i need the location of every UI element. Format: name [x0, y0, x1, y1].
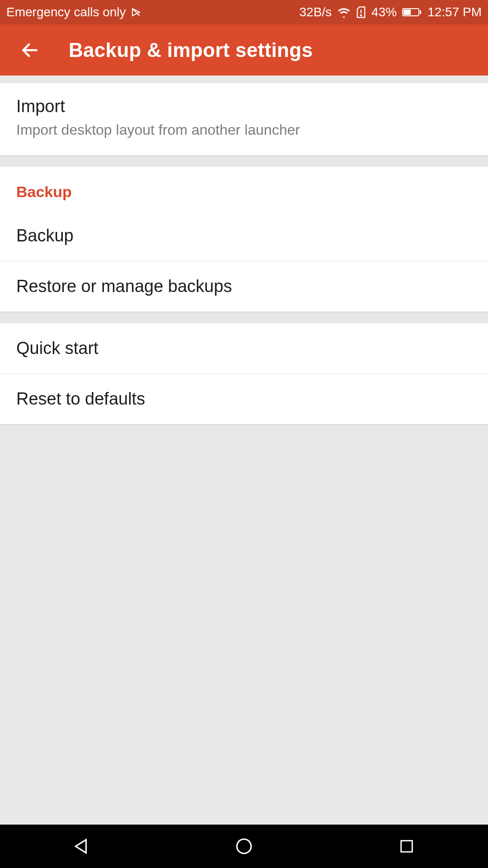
status-left: Emergency calls only — [6, 5, 141, 19]
import-row[interactable]: Import Import desktop layout from anothe… — [0, 83, 488, 155]
restore-row[interactable]: Restore or manage backups — [0, 261, 488, 311]
gap — [0, 75, 488, 83]
reset-row[interactable]: Reset to defaults — [0, 374, 488, 424]
data-speed: 32B/s — [299, 5, 332, 19]
sim-alert-icon — [356, 6, 366, 19]
back-button[interactable] — [16, 37, 43, 64]
backup-section-header: Backup — [0, 167, 488, 211]
svg-rect-8 — [401, 841, 413, 852]
nav-back-button[interactable] — [36, 825, 127, 868]
misc-card: Quick start Reset to defaults — [0, 323, 488, 424]
clock: 12:57 PM — [427, 5, 482, 19]
square-recent-icon — [398, 838, 415, 855]
import-subtitle: Import desktop layout from another launc… — [16, 121, 472, 139]
mute-icon — [131, 7, 141, 18]
battery-icon — [402, 7, 422, 17]
content: Import Import desktop layout from anothe… — [0, 83, 488, 825]
backup-title: Backup — [16, 226, 472, 245]
screen: Emergency calls only 32B/s 43% 12:57 PM … — [0, 0, 488, 868]
backup-row[interactable]: Backup — [0, 211, 488, 261]
nav-home-button[interactable] — [199, 825, 289, 868]
wifi-icon — [337, 7, 351, 18]
backup-card: Backup Backup Restore or manage backups — [0, 167, 488, 311]
circle-home-icon — [235, 837, 253, 856]
nav-recent-button[interactable] — [361, 825, 452, 868]
arrow-left-icon — [20, 40, 40, 60]
nav-bar — [0, 825, 488, 868]
quickstart-row[interactable]: Quick start — [0, 323, 488, 373]
app-bar: Backup & import settings — [0, 24, 488, 75]
svg-rect-4 — [420, 10, 421, 14]
reset-title: Reset to defaults — [16, 389, 472, 409]
triangle-back-icon — [72, 837, 91, 856]
carrier-text: Emergency calls only — [6, 5, 126, 19]
status-bar: Emergency calls only 32B/s 43% 12:57 PM — [0, 0, 488, 24]
battery-pct: 43% — [371, 5, 397, 19]
empty-space — [0, 424, 488, 825]
import-card: Import Import desktop layout from anothe… — [0, 83, 488, 155]
svg-point-1 — [361, 15, 361, 16]
restore-title: Restore or manage backups — [16, 277, 472, 296]
quickstart-title: Quick start — [16, 339, 472, 358]
import-title: Import — [16, 97, 472, 116]
svg-marker-6 — [75, 840, 86, 853]
svg-rect-3 — [404, 9, 411, 15]
status-right: 32B/s 43% 12:57 PM — [299, 5, 482, 19]
svg-point-7 — [237, 839, 251, 854]
page-title: Backup & import settings — [69, 39, 313, 61]
